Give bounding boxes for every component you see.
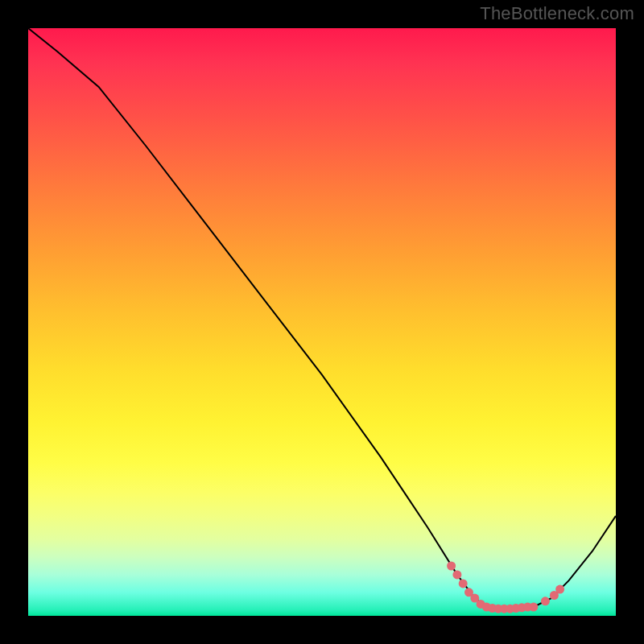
chart-container: TheBottleneck.com — [0, 0, 644, 644]
optimal-point — [529, 603, 538, 612]
chart-svg — [28, 28, 616, 616]
optimal-point — [541, 597, 550, 605]
optimal-point — [447, 562, 456, 571]
watermark-text: TheBottleneck.com — [480, 3, 634, 24]
optimal-zone-dots — [447, 562, 564, 613]
optimal-point — [459, 579, 468, 588]
bottleneck-curve — [28, 28, 616, 609]
optimal-point — [555, 585, 564, 594]
optimal-point — [452, 570, 461, 579]
plot-area — [28, 28, 616, 616]
